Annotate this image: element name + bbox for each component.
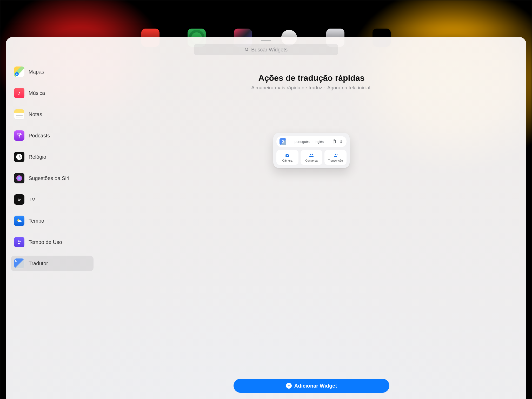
sidebar-label: Mapas (29, 69, 44, 75)
svg-line-1 (247, 50, 248, 51)
widget-gallery-sheet: Buscar Widgets ➤ Mapas ♪ Música Notas (6, 37, 526, 399)
sidebar-item-siri[interactable]: Sugestões da Siri (11, 170, 94, 186)
svg-point-14 (312, 154, 313, 155)
language-pair: português → inglês (288, 140, 330, 144)
svg-point-2 (19, 135, 20, 136)
svg-rect-10 (341, 140, 342, 142)
svg-point-15 (335, 154, 336, 155)
clock-icon (14, 152, 24, 162)
svg-point-7 (18, 220, 22, 222)
weather-icon (14, 216, 24, 226)
svg-point-12 (287, 155, 288, 156)
sidebar-item-relogio[interactable]: Relógio (11, 149, 94, 165)
tv-icon: tv (14, 194, 24, 205)
sidebar-label: Tradutor (29, 261, 48, 267)
sidebar-label: TV (29, 197, 35, 203)
svg-point-13 (310, 154, 311, 155)
sidebar-label: Tempo de Uso (29, 239, 62, 245)
maps-icon: ➤ (14, 66, 24, 77)
translate-icon: G (14, 258, 24, 269)
plus-icon: + (286, 383, 292, 389)
camera-icon (285, 153, 290, 158)
add-widget-button[interactable]: + Adicionar Widget (234, 379, 389, 393)
screentime-icon (14, 237, 24, 247)
podcasts-icon (14, 130, 24, 141)
widget-detail-pane: Ações de tradução rápidas A maneira mais… (97, 60, 526, 399)
widget-app-list[interactable]: ➤ Mapas ♪ Música Notas Podcasts (6, 60, 97, 399)
search-widgets-field[interactable]: Buscar Widgets (194, 44, 338, 55)
sidebar-item-mapas[interactable]: ➤ Mapas (11, 64, 94, 79)
sidebar-item-tradutor[interactable]: G Tradutor (11, 256, 94, 271)
widget-tile-conversa: Conversa (301, 150, 323, 165)
sidebar-label: Tempo (29, 218, 44, 224)
widget-tile-camera: Câmera (276, 150, 298, 165)
add-widget-label: Adicionar Widget (294, 383, 337, 389)
transcribe-icon (333, 153, 338, 158)
sheet-grabber[interactable] (261, 40, 271, 41)
sidebar-item-tv[interactable]: tv TV (11, 192, 94, 207)
sidebar-label: Sugestões da Siri (29, 175, 69, 181)
widget-preview[interactable]: G português → inglês Câmera (273, 133, 350, 168)
sidebar-item-musica[interactable]: ♪ Música (11, 85, 94, 101)
sidebar-item-tempo[interactable]: Tempo (11, 213, 94, 229)
sidebar-label: Notas (29, 111, 42, 117)
clipboard-icon (332, 139, 337, 144)
people-icon (309, 153, 314, 158)
music-icon: ♪ (14, 88, 24, 98)
widget-subtitle: A maneira mais rápida de traduzir. Agora… (251, 85, 372, 91)
widget-title: Ações de tradução rápidas (258, 73, 364, 83)
microphone-icon (339, 139, 343, 144)
google-translate-icon: G (280, 138, 286, 145)
search-placeholder: Buscar Widgets (251, 47, 288, 53)
widget-tile-transcricao: Transcrição (324, 150, 347, 165)
notes-icon (14, 109, 24, 119)
search-icon (244, 47, 249, 52)
siri-icon (14, 173, 24, 183)
sidebar-item-notas[interactable]: Notas (11, 107, 94, 122)
sidebar-label: Podcasts (29, 133, 50, 139)
sidebar-label: Relógio (29, 154, 46, 160)
sidebar-item-podcasts[interactable]: Podcasts (11, 128, 94, 143)
sidebar-label: Música (29, 90, 45, 96)
svg-point-0 (245, 48, 248, 51)
translate-input-bar: G português → inglês (276, 136, 347, 147)
sidebar-item-tempouso[interactable]: Tempo de Uso (11, 234, 94, 250)
